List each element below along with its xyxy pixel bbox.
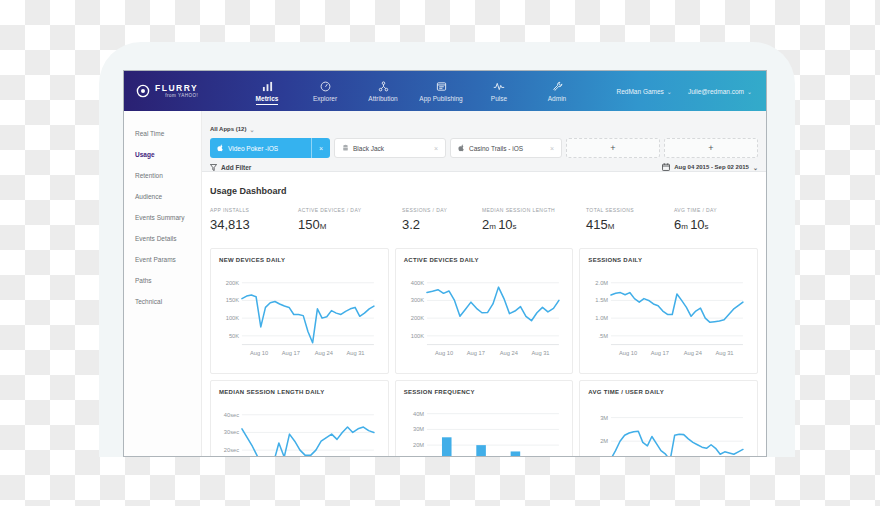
kpi-label: AVG TIME / DAY: [674, 207, 764, 213]
svg-text:150K: 150K: [226, 297, 240, 303]
sidebar-item-paths[interactable]: Paths: [124, 270, 201, 291]
all-apps-label: All Apps (12): [210, 126, 246, 132]
chart-title: AVG TIME / USER DAILY: [588, 389, 749, 395]
sidebar-item-events-summary[interactable]: Events Summary: [124, 207, 201, 228]
chart-title: ACTIVE DEVICES DAILY: [404, 257, 565, 263]
svg-text:30M: 30M: [413, 426, 424, 432]
kpi-value: 415M: [586, 217, 674, 232]
svg-text:Aug 10: Aug 10: [250, 350, 268, 356]
filter-zone: All Apps (12) ⌄ Video Poker -iOS×Black J…: [202, 111, 766, 172]
top-nav: FLURRY from YAHOO! MetricsExplorerAttrib…: [124, 71, 766, 111]
svg-text:Aug 24: Aug 24: [315, 350, 334, 356]
org-dropdown[interactable]: RedMan Games ⌄: [617, 88, 672, 95]
tab-attribution[interactable]: Attribution: [354, 78, 412, 105]
user-dropdown-label: Julie@redman.com: [688, 88, 744, 95]
chevron-down-icon: ⌄: [667, 88, 672, 95]
add-filter-label: Add Filter: [221, 164, 251, 171]
sidebar-item-retention[interactable]: Retention: [124, 165, 201, 186]
kpi-label: SESSIONS / DAY: [402, 207, 482, 213]
app-chip-black-jack[interactable]: Black Jack×: [334, 138, 446, 158]
nav-account-area: RedMan Games ⌄ Julie@redman.com ⌄: [617, 88, 752, 95]
add-filter-button[interactable]: Add Filter: [210, 164, 251, 171]
close-icon[interactable]: ×: [543, 139, 561, 157]
dashboard-screen: FLURRY from YAHOO! MetricsExplorerAttrib…: [123, 70, 767, 457]
svg-text:Aug 17: Aug 17: [651, 350, 669, 356]
tab-metrics[interactable]: Metrics: [238, 78, 296, 105]
chart-title: SESSIONS DAILY: [588, 257, 749, 263]
kpi-value: 34,813: [210, 217, 298, 232]
flurry-brand[interactable]: FLURRY from YAHOO!: [136, 84, 222, 99]
main-area: All Apps (12) ⌄ Video Poker -iOS×Black J…: [202, 111, 766, 456]
date-range-label: Aug 04 2015 - Sep 02 2015: [674, 164, 749, 170]
org-dropdown-label: RedMan Games: [617, 88, 664, 95]
chart-card-session-frequency: SESSION FREQUENCY40M30M20M10M: [395, 380, 574, 456]
tab-app-publishing[interactable]: App Publishing: [412, 78, 470, 105]
svg-text:Aug 24: Aug 24: [684, 350, 703, 356]
user-dropdown[interactable]: Julie@redman.com ⌄: [688, 88, 752, 95]
app-chip-row: Video Poker -iOS×Black Jack×Casino Trail…: [210, 138, 758, 158]
chart-title: SESSION FREQUENCY: [404, 389, 565, 395]
kpi-value: 6m 10s: [674, 217, 764, 232]
transparent-canvas: { "nav": { "brand": { "name": "FLURRY", …: [0, 0, 880, 506]
chart-grid: NEW DEVICES DAILY200K150K100K50KAug 10Au…: [210, 248, 758, 456]
chart-card-active-devices-daily: ACTIVE DEVICES DAILY400K300K200K100KAug …: [395, 248, 574, 374]
sidebar-item-events-details[interactable]: Events Details: [124, 228, 201, 249]
svg-text:Aug 31: Aug 31: [531, 350, 549, 356]
chevron-down-icon: ⌄: [249, 126, 254, 133]
sidebar-item-usage[interactable]: Usage: [124, 144, 201, 165]
date-range-picker[interactable]: Aug 04 2015 - Sep 02 2015 ⌄: [662, 163, 758, 171]
chevron-down-icon: ⌄: [747, 88, 752, 95]
chart-new-devices-daily: 200K150K100K50KAug 10Aug 17Aug 24Aug 31: [219, 266, 380, 362]
document-icon: [436, 81, 447, 92]
svg-text:Aug 10: Aug 10: [435, 350, 453, 356]
svg-text:40sec: 40sec: [224, 412, 239, 418]
sidebar-item-event-params[interactable]: Event Params: [124, 249, 201, 270]
app-chip-video-poker-ios[interactable]: Video Poker -iOS×: [210, 138, 330, 158]
kpi-avg-time-day: AVG TIME / DAY6m 10s: [674, 207, 764, 232]
chart-card-avg-time-user-daily: AVG TIME / USER DAILY3M2M1MAug 10Aug 17A…: [579, 380, 758, 456]
tab-pulse[interactable]: Pulse: [470, 78, 528, 105]
chart-avg-time-user-daily: 3M2M1MAug 10Aug 17Aug 24Aug 31: [588, 398, 749, 456]
tab-label: Attribution: [368, 95, 397, 104]
flurry-logo-icon: [136, 84, 150, 98]
kpi-total-sessions: TOTAL SESSIONS415M: [586, 207, 674, 232]
sidebar-item-technical[interactable]: Technical: [124, 291, 201, 312]
kpi-row: APP INSTALLS34,813ACTIVE DEVICES / DAY15…: [210, 207, 758, 232]
svg-text:2M: 2M: [600, 438, 608, 444]
kpi-median-session-length: MEDIAN SESSION LENGTH2m 10s: [482, 207, 586, 232]
app-chip-casino-trails-ios[interactable]: Casino Trails - iOS×: [450, 138, 562, 158]
chart-median-session-length-daily: 40sec30sec20sec10secAug 10Aug 17Aug 24Au…: [219, 398, 380, 456]
sidebar-item-real-time[interactable]: Real Time: [124, 123, 201, 144]
sidebar-item-audience[interactable]: Audience: [124, 186, 201, 207]
svg-text:200K: 200K: [410, 315, 424, 321]
add-app-button-1[interactable]: +: [566, 138, 660, 158]
tab-admin[interactable]: Admin: [528, 78, 586, 105]
chart-card-median-session-length-daily: MEDIAN SESSION LENGTH DAILY40sec30sec20s…: [210, 380, 389, 456]
close-icon[interactable]: ×: [427, 139, 445, 157]
chart-card-new-devices-daily: NEW DEVICES DAILY200K150K100K50KAug 10Au…: [210, 248, 389, 374]
svg-text:Aug 17: Aug 17: [282, 350, 300, 356]
all-apps-dropdown[interactable]: All Apps (12) ⌄: [210, 126, 254, 133]
device-frame: FLURRY from YAHOO! MetricsExplorerAttrib…: [99, 42, 795, 457]
svg-text:100K: 100K: [410, 333, 424, 339]
svg-text:100K: 100K: [226, 315, 240, 321]
svg-text:50K: 50K: [229, 333, 239, 339]
tab-label: Admin: [548, 95, 566, 104]
brand-name: FLURRY: [155, 84, 198, 93]
app-chip-label: Casino Trails - iOS: [469, 145, 523, 152]
android-icon: [342, 144, 349, 152]
add-app-button-2[interactable]: +: [664, 138, 758, 158]
chart-card-sessions-daily: SESSIONS DAILY2.0M1.5M1.0M.5MAug 10Aug 1…: [579, 248, 758, 374]
kpi-value: 2m 10s: [482, 217, 586, 232]
close-icon[interactable]: ×: [311, 138, 330, 158]
tab-explorer[interactable]: Explorer: [296, 78, 354, 105]
wrench-icon: [552, 81, 563, 92]
tab-label: Explorer: [313, 95, 337, 104]
bar-chart-icon: [262, 81, 273, 92]
kpi-sessions-day: SESSIONS / DAY3.2: [402, 207, 482, 232]
svg-text:.5M: .5M: [599, 333, 609, 339]
chart-title: NEW DEVICES DAILY: [219, 257, 380, 263]
svg-text:3M: 3M: [600, 415, 608, 421]
svg-text:20M: 20M: [413, 442, 424, 448]
svg-text:Aug 31: Aug 31: [346, 350, 364, 356]
